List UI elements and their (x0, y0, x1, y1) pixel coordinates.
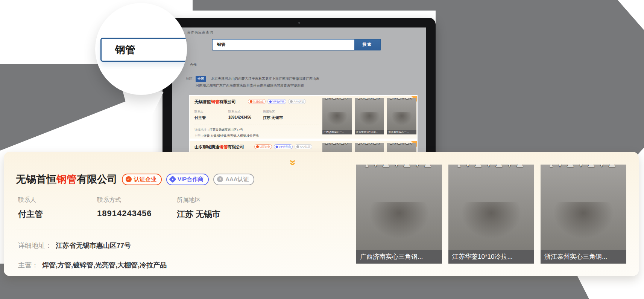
result-card-1[interactable]: 无锡首恒钢管有限公司 认证企业 VIP合作商 AAA认证 联系人付主管 联系方式… (190, 96, 417, 139)
magnified-search-input: 钢管 (100, 38, 187, 62)
certified-check-icon: ✓ (126, 176, 132, 182)
region-chip[interactable]: 江苏 (279, 77, 286, 81)
region-chip[interactable]: 山西 (231, 77, 238, 81)
region-chip[interactable]: 河北 (225, 77, 231, 81)
region-chip[interactable]: 湖北 (202, 84, 209, 87)
region-chip[interactable]: 河南 (196, 84, 202, 87)
address-line: 详细地址：江苏省无锡市惠山区77号 (194, 128, 243, 132)
medal-icon: ✦ (217, 176, 223, 182)
region-chip[interactable]: 江西 (306, 77, 313, 81)
product-photo[interactable]: ▲▼▲▼▲▼▲▼▲▼▲▼▲▼▲▼▲▼▲▼▲▼▲▼▲▼▲▼▲▼▲▼▲▼▲▼▲▼▲▼… (356, 165, 442, 264)
region-chip[interactable]: 青海 (284, 84, 290, 87)
steel-pipes-art: ▲▼▲▼▲▼▲▼▲▼▲▼▲▼▲▼▲▼▲▼▲▼▲▼▲▼▲▼▲▼▲▼▲▼▲▼▲▼▲▼… (544, 165, 623, 214)
region-chip[interactable]: 上海 (272, 77, 279, 81)
region-chip[interactable]: 辽宁 (248, 77, 255, 81)
product-photo[interactable]: ▲▼▲▼▲▼▲▼▲▼▲▼▲▼▲▼▲▼▲▼▲▼▲▼▲▼▲▼▲▼▲▼▲▼▲▼▲▼▲▼… (322, 98, 352, 134)
main-products-line: 主营：焊管,方管,镀锌管,光亮管,大棚管,冷拉产品 (194, 134, 259, 138)
product-photo[interactable]: ▲▼▲▼▲▼▲▼▲▼▲▼▲▼▲▼▲▼▲▼▲▼▲▼▲▼▲▼▲▼▲▼▲▼▲▼▲▼▲▼… (448, 165, 534, 264)
steel-pipes-art: ▲▼▲▼▲▼▲▼▲▼▲▼▲▼▲▼▲▼▲▼▲▼▲▼▲▼▲▼▲▼▲▼▲▼▲▼▲▼▲▼… (356, 98, 383, 116)
product-photos: ▲▼▲▼▲▼▲▼▲▼▲▼▲▼▲▼▲▼▲▼▲▼▲▼▲▼▲▼▲▼▲▼▲▼▲▼▲▼▲▼… (356, 165, 626, 264)
region-chip[interactable]: 天津 (218, 77, 225, 81)
certified-company-badge: 认证企业 (248, 99, 266, 104)
badge-row: 认证企业 VIP合作商 AAA认证 (248, 99, 306, 104)
magnifier-bubble: 钢管 (95, 3, 187, 95)
contact-person-field: 联系人付主管 (18, 196, 43, 220)
search-input[interactable] (213, 40, 354, 50)
region-chip[interactable]: 新疆 (297, 84, 304, 87)
region-chip[interactable]: 陕西 (270, 84, 277, 87)
search-button[interactable]: 搜索 (354, 40, 380, 50)
region-field: 所属地区江苏 无锡市 (177, 196, 220, 220)
region-chips: 北京天津河北山西内蒙古辽宁吉林黑龙江上海江苏浙江安徽福建江西山东 (211, 76, 319, 81)
region-chip[interactable]: 内蒙古 (238, 77, 248, 81)
region-chip[interactable]: 安徽 (292, 77, 299, 81)
region-field: 所属地区江苏 无锡市 (263, 110, 283, 121)
divider (194, 125, 319, 125)
region-chip[interactable]: 黑龙江 (262, 77, 272, 81)
region-chip[interactable]: 宁夏 (290, 84, 297, 87)
region-chip[interactable]: 四川 (243, 84, 250, 87)
region-chip[interactable]: 重庆 (236, 84, 243, 87)
aaa-cert-badge: AAA认证 (288, 99, 306, 104)
badge-row: 认证企业 VIP合作商 AAA认证 (254, 144, 312, 149)
laptop-frame: 合作供应商查询 搜索 合作 地区: 全国 北京天津河北山西内蒙古辽宁吉林黑龙江上… (163, 18, 436, 165)
certified-icon (256, 145, 259, 148)
region-chip[interactable]: 海南 (229, 84, 236, 87)
divider (16, 229, 314, 229)
region-chip-selected[interactable]: 全国 (196, 76, 206, 82)
region-chip[interactable]: 浙江 (286, 77, 292, 81)
gold-chevron-icon: » (288, 160, 299, 166)
page-title: 合作供应商查询 (187, 30, 213, 35)
vip-partner-badge: VIP合作商 (274, 144, 293, 149)
region-chip[interactable]: 广东 (216, 84, 223, 87)
search-bar: 搜索 (212, 39, 381, 50)
keyword-highlight: 钢管 (219, 145, 228, 149)
steel-pipes-art: ▲▼▲▼▲▼▲▼▲▼▲▼▲▼▲▼▲▼▲▼▲▼▲▼▲▼▲▼▲▼▲▼▲▼▲▼▲▼▲▼… (452, 165, 531, 214)
contact-phone-field: 联系方式18914243456 (97, 196, 152, 218)
region-chip[interactable]: 贵州 (250, 84, 257, 87)
certified-icon (250, 100, 252, 103)
contact-person-field: 联系人付主管 (194, 110, 206, 121)
region-chip[interactable]: 湖南 (209, 84, 216, 87)
keyword-highlight: 钢管 (211, 99, 219, 104)
product-photo[interactable]: ▲▼▲▼▲▼▲▼▲▼▲▼▲▼▲▼▲▼▲▼▲▼▲▼▲▼▲▼▲▼▲▼▲▼▲▼▲▼▲▼… (355, 98, 384, 134)
vip-partner-badge: VIP合作商 (267, 99, 286, 104)
medal-icon (296, 145, 299, 148)
medal-icon (290, 100, 293, 103)
webcam-dot (298, 22, 300, 24)
product-photo[interactable]: ▲▼▲▼▲▼▲▼▲▼▲▼▲▼▲▼▲▼▲▼▲▼▲▼▲▼▲▼▲▼▲▼▲▼▲▼▲▼▲▼… (541, 165, 626, 264)
company-name-link[interactable]: 无锡首恒钢管有限公司 (194, 99, 236, 105)
aaa-cert-badge: ✦AAA认证 (213, 174, 254, 185)
gem-icon (269, 100, 272, 103)
region-chip[interactable]: 西藏 (263, 84, 270, 87)
region-chip[interactable]: 广西 (223, 84, 229, 87)
company-name-link[interactable]: 无锡首恒钢管有限公司 (16, 172, 117, 186)
region-chip[interactable]: 云南 (257, 84, 263, 87)
marketing-composite: 合作供应商查询 搜索 合作 地区: 全国 北京天津河北山西内蒙古辽宁吉林黑龙江上… (0, 0, 644, 299)
keyword-highlight: 钢管 (56, 174, 77, 185)
magnified-search-value: 钢管 (102, 39, 187, 61)
gem-icon: ♦ (169, 175, 176, 183)
main-products-line: 主营：焊管,方管,镀锌管,光亮管,大棚管,冷拉产品 (18, 261, 167, 270)
steel-pipes-art: ▲▼▲▼▲▼▲▼▲▼▲▼▲▼▲▼▲▼▲▼▲▼▲▼▲▼▲▼▲▼▲▼▲▼▲▼▲▼▲▼… (360, 165, 439, 214)
product-photo[interactable]: ▲▼▲▼▲▼▲▼▲▼▲▼▲▼▲▼▲▼▲▼▲▼▲▼▲▼▲▼▲▼▲▼▲▼▲▼▲▼▲▼… (387, 98, 416, 134)
region-chip[interactable]: 福建 (299, 77, 306, 81)
company-name-link[interactable]: 山东聊城腾通钢管有限公司 (194, 144, 244, 150)
product-thumbs: ▲▼▲▼▲▼▲▼▲▼▲▼▲▼▲▼▲▼▲▼▲▼▲▼▲▼▲▼▲▼▲▼▲▼▲▼▲▼▲▼… (322, 98, 416, 134)
laptop-screen: 合作供应商查询 搜索 合作 地区: 全国 北京天津河北山西内蒙古辽宁吉林黑龙江上… (172, 27, 426, 165)
aaa-cert-badge: AAA认证 (295, 144, 312, 149)
steel-pipes-art: ▲▼▲▼▲▼▲▼▲▼▲▼▲▼▲▼▲▼▲▼▲▼▲▼▲▼▲▼▲▼▲▼▲▼▲▼▲▼▲▼… (388, 98, 415, 116)
steel-pipes-art: ▲▼▲▼▲▼▲▼▲▼▲▼▲▼▲▼▲▼▲▼▲▼▲▼▲▼▲▼▲▼▲▼▲▼▲▼▲▼▲▼… (324, 98, 351, 116)
certified-company-badge: ✓认证企业 (122, 174, 162, 185)
contact-phone-field: 联系方式18914243456 (228, 110, 251, 119)
region-chip[interactable]: 北京 (211, 77, 218, 81)
address-line: 详细地址：江苏省无锡市惠山区77号 (18, 241, 131, 250)
region-chip[interactable]: 甘肃 (277, 84, 284, 87)
region-filter-label: 地区: (186, 76, 194, 81)
certified-company-badge: 认证企业 (254, 144, 272, 149)
partial-tab-label: 合作 (190, 63, 197, 67)
vip-partner-badge: ♦VIP合作商 (166, 174, 209, 185)
hero-title-row: 无锡首恒钢管有限公司 ✓认证企业 ♦VIP合作商 ✦AAA认证 (16, 172, 254, 186)
region-chip[interactable]: 吉林 (255, 77, 262, 81)
region-chip[interactable]: 山东 (313, 77, 319, 81)
